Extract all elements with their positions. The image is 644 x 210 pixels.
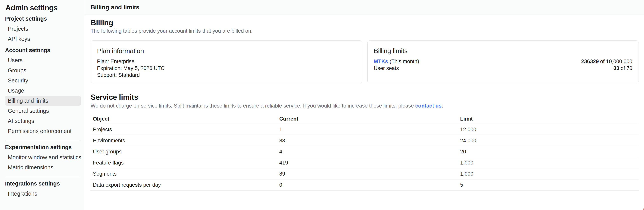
user-seats-row: User seats 33of 70 bbox=[374, 65, 632, 72]
sidebar: Admin settings Project settings Projects… bbox=[0, 0, 84, 210]
sidebar-item-monitor-window-and-statistics[interactable]: Monitor window and statistics bbox=[5, 152, 81, 162]
page-title: Billing and limits bbox=[90, 4, 140, 11]
sidebar-section-experimentation-settings: Experimentation settings bbox=[5, 144, 81, 151]
column-header-limit: Limit bbox=[458, 116, 639, 122]
sidebar-section-project-items: Projects API keys bbox=[5, 24, 81, 44]
page-header: Billing and limits bbox=[84, 0, 644, 15]
sidebar-item-projects[interactable]: Projects bbox=[5, 24, 81, 34]
contact-us-link[interactable]: contact us bbox=[415, 103, 442, 109]
mtks-link[interactable]: MTKs bbox=[374, 59, 388, 64]
content: Billing The following tables provide you… bbox=[84, 15, 644, 191]
mtks-label: MTKs(This month) bbox=[374, 58, 419, 65]
user-seats-label: User seats bbox=[374, 65, 399, 72]
sidebar-item-ai-settings[interactable]: AI settings bbox=[5, 116, 81, 126]
sidebar-item-users[interactable]: Users bbox=[5, 55, 81, 65]
sidebar-item-billing-and-limits[interactable]: Billing and limits bbox=[5, 96, 81, 106]
table-header-row: Object Current Limit bbox=[90, 114, 639, 124]
sidebar-section-project-settings: Project settings bbox=[5, 15, 81, 22]
sidebar-section-account-settings: Account settings bbox=[5, 47, 81, 54]
main-area: Billing and limits Billing The following… bbox=[84, 0, 644, 210]
expiration-line: Expiration: May 5, 2026 UTC bbox=[97, 65, 356, 72]
billing-limits-card: Billing limits MTKs(This month) 236329of… bbox=[368, 40, 639, 83]
sidebar-item-permissions-enforcement[interactable]: Permissions enforcement bbox=[5, 126, 81, 136]
sidebar-item-api-keys[interactable]: API keys bbox=[5, 34, 81, 44]
table-row: Feature flags 419 1,000 bbox=[90, 157, 639, 168]
admin-settings-page: Admin settings Project settings Projects… bbox=[0, 0, 644, 210]
sidebar-item-integrations[interactable]: Integrations bbox=[5, 189, 81, 199]
service-limits-table: Object Current Limit Projects 1 12,000 E… bbox=[90, 114, 639, 191]
sidebar-item-metric-dimensions[interactable]: Metric dimensions bbox=[5, 162, 81, 173]
billing-limits-title: Billing limits bbox=[374, 46, 632, 55]
service-limits-subtitle: We do not charge on service limits. Spli… bbox=[90, 103, 639, 109]
sidebar-item-general-settings[interactable]: General settings bbox=[5, 106, 81, 116]
plan-information-card: Plan information Plan: Enterprise Expira… bbox=[90, 40, 362, 83]
sidebar-section-experimentation-items: Monitor window and statistics Metric dim… bbox=[5, 152, 81, 173]
column-header-object: Object bbox=[90, 116, 277, 122]
billing-cards: Plan information Plan: Enterprise Expira… bbox=[90, 40, 639, 83]
sidebar-item-security[interactable]: Security bbox=[5, 75, 81, 86]
table-row: Projects 1 12,000 bbox=[90, 124, 639, 135]
table-row: Segments 89 1,000 bbox=[90, 168, 639, 180]
table-row: Data export requests per day 0 5 bbox=[90, 180, 639, 191]
sidebar-section-integrations-settings: Integrations settings bbox=[5, 180, 81, 187]
billing-subtitle: The following tables provide your accoun… bbox=[90, 28, 639, 34]
sidebar-divider bbox=[5, 177, 81, 177]
column-header-current: Current bbox=[277, 116, 458, 122]
sidebar-title: Admin settings bbox=[6, 3, 81, 12]
sidebar-section-integrations-items: Integrations bbox=[5, 189, 81, 199]
plan-line: Plan: Enterprise bbox=[97, 58, 356, 65]
sidebar-divider bbox=[5, 141, 81, 141]
sidebar-section-account-items: Users Groups Security Usage Billing and … bbox=[5, 55, 81, 136]
support-line: Support: Standard bbox=[97, 72, 356, 79]
service-limits-heading: Service limits bbox=[90, 92, 639, 102]
plan-information-title: Plan information bbox=[97, 46, 356, 55]
sidebar-item-groups[interactable]: Groups bbox=[5, 65, 81, 75]
table-row: User groups 4 20 bbox=[90, 146, 639, 157]
billing-heading: Billing bbox=[90, 18, 639, 28]
user-seats-value: 33of 70 bbox=[614, 65, 632, 72]
mtks-value: 236329of 10,000,000 bbox=[581, 58, 632, 65]
mtks-row: MTKs(This month) 236329of 10,000,000 bbox=[374, 58, 632, 65]
sidebar-item-usage[interactable]: Usage bbox=[5, 86, 81, 96]
table-row: Environments 83 24,000 bbox=[90, 135, 639, 146]
